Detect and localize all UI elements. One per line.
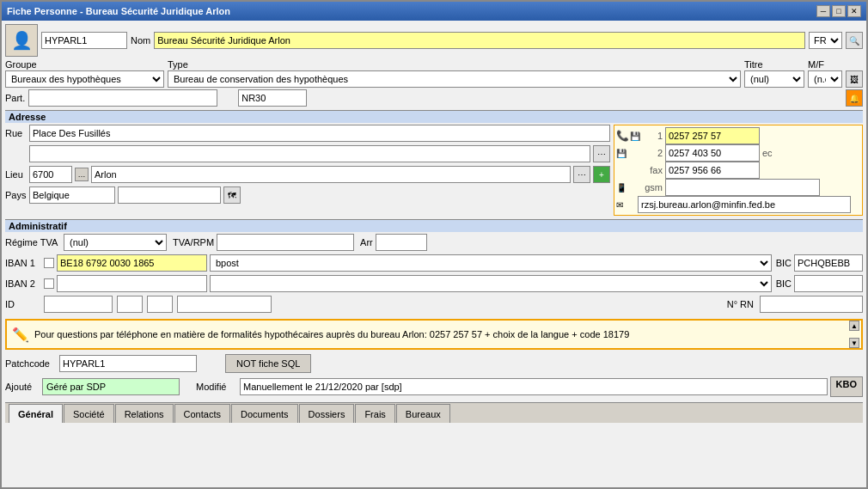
phone1-icons: 📞 💾 [616,130,635,142]
groupe-label: Groupe [5,59,164,70]
phone1-input[interactable]: 0257 257 57 [665,127,760,144]
note-icon: ✏️ [12,327,29,343]
tab-frais[interactable]: Frais [355,404,394,423]
ajoute-value: Géré par SDP [42,378,180,395]
id-input[interactable] [44,296,113,313]
mf-select[interactable]: (n.e [808,70,842,88]
arr-label: Arr [360,237,373,248]
id-input[interactable]: HYPARL1 [41,32,127,49]
adresse-row: Rue Place Des Fusillés ⋯ Lieu 6700 [5,125,863,216]
part-input[interactable] [28,89,217,107]
iban1-input[interactable]: BE18 6792 0030 1865 [57,254,207,272]
lieu-expand-button[interactable]: … [75,168,89,181]
note-text: Pour questions par téléphone en matière … [34,329,629,339]
not-fiche-button[interactable]: NOT fiche SQL [225,354,311,373]
phone1-num: 1 [635,131,665,141]
rue-label: Rue [5,128,27,138]
phone2-input[interactable]: 0257 403 50 [665,144,760,162]
pays-input[interactable]: Belgique [29,186,115,204]
tva-rpm-label: TVA/RPM [173,237,214,248]
patchcode-row: Patchcode HYPARL1 NOT fiche SQL [5,354,863,373]
iban2-input[interactable] [57,275,207,292]
scroll-up-button[interactable]: ▲ [849,321,859,331]
mf-label: M/F [808,59,842,70]
phone-icon: 📞 [616,130,629,142]
main-window: Fiche Personne - Bureau Sécurité Juridiq… [0,0,868,489]
type-select[interactable]: Bureau de conservation des hypothèques [168,70,741,88]
type-label: Type [168,59,741,70]
groupe-select[interactable]: Bureaux des hypothèques [5,70,164,88]
gsm-row: 📱 gsm [616,179,860,196]
rue2-row: ⋯ [5,145,610,162]
tab-societe[interactable]: Société [64,404,114,423]
nr-rn-label: N° RN [727,299,754,309]
gsm-icon: 📱 [616,183,627,193]
id3-input[interactable] [147,296,173,313]
phone2-extra: ec [760,148,773,158]
patchcode-input[interactable]: HYPARL1 [59,355,197,372]
nom-input[interactable]: Bureau Sécurité Juridique Arlon [154,32,805,49]
main-content: 👤 HYPARL1 Nom Bureau Sécurité Juridique … [2,21,866,487]
person-icon: 👤 [11,30,33,51]
tva-rpm-input[interactable] [217,234,354,251]
search-icon-button[interactable]: 🔍 [846,32,863,49]
tab-bureaux[interactable]: Bureaux [396,404,450,423]
fax-input[interactable]: 0257 956 66 [665,162,760,179]
maximize-button[interactable]: □ [832,5,846,17]
scroll-down-button[interactable]: ▼ [849,338,859,348]
iban2-checkbox[interactable] [44,278,54,289]
lieu-name-input[interactable]: Arlon [91,166,571,183]
regime-tva-row: Régime TVA (nul) TVA/RPM Arr [5,234,863,251]
address-extra-button[interactable]: ⋯ [593,145,610,162]
tab-general[interactable]: Général [9,404,63,423]
modifie-value: Manuellement le 21/12/2020 par [sdp] [240,378,828,395]
rue2-input[interactable] [29,145,590,162]
iban1-bank-select[interactable]: bpost [210,254,772,272]
lieu-extra-button[interactable]: ⋯ [573,166,590,183]
id2-input[interactable] [117,296,143,313]
map-icon-button[interactable]: 🗺 [223,186,241,204]
tab-documents[interactable]: Documents [231,404,298,423]
ajoute-row: Ajouté Géré par SDP Modifié Manuellement… [5,376,863,397]
modifie-label: Modifié [196,382,237,392]
langue-select[interactable]: FR [809,32,842,49]
tab-dossiers[interactable]: Dossiers [299,404,355,423]
tab-contacts[interactable]: Contacts [174,404,230,423]
iban1-label: IBAN 1 [5,258,41,268]
iban1-checkbox[interactable] [44,258,54,268]
tab-relations[interactable]: Relations [115,404,174,423]
adresse-left: Rue Place Des Fusillés ⋯ Lieu 6700 [5,125,610,216]
iban1-bic-input[interactable]: PCHQBEBB [794,254,863,272]
regime-tva-select[interactable]: (nul) [64,234,167,251]
phone2-icons: 💾 [616,149,635,158]
lieu-label: Lieu [5,169,27,180]
minimize-button[interactable]: ─ [816,5,830,17]
regime-tva-label: Régime TVA [5,237,61,248]
iban2-row: IBAN 2 BIC [5,275,863,292]
lieu-add-button[interactable]: + [593,166,610,183]
lieu-code-input[interactable]: 6700 [29,166,72,183]
part-row: Part. NR30 🔔 [5,89,863,107]
nr-rn-input[interactable] [760,296,863,313]
iban2-bic-label: BIC [776,278,792,289]
disk2-icon: 💾 [616,149,627,158]
pays2-input[interactable] [118,186,221,204]
note-scrollbar: ▲ ▼ [849,321,859,348]
id-label: ID [5,299,41,309]
nr-input[interactable]: NR30 [238,89,307,107]
close-button[interactable]: ✕ [847,5,861,17]
photo-icon-button[interactable]: 🖼 [846,70,863,88]
arr-input[interactable] [376,234,427,251]
titre-select[interactable]: (nul) [744,70,804,88]
kbo-button[interactable]: KBO [830,376,863,397]
gsm-input[interactable] [665,179,820,196]
iban2-bank-select[interactable] [210,275,772,292]
id4-input[interactable] [177,296,272,313]
iban2-bic-input[interactable] [794,275,863,292]
fax-row: fax 0257 956 66 [616,162,860,179]
iban1-bic-label: BIC [776,258,792,268]
lieu-row: Lieu 6700 … Arlon ⋯ + [5,166,610,183]
orange-action-button[interactable]: 🔔 [846,89,863,107]
rue-input[interactable]: Place Des Fusillés [29,125,610,142]
email-input[interactable]: rzsj.bureau.arlon@minfin.fed.be [638,196,851,213]
